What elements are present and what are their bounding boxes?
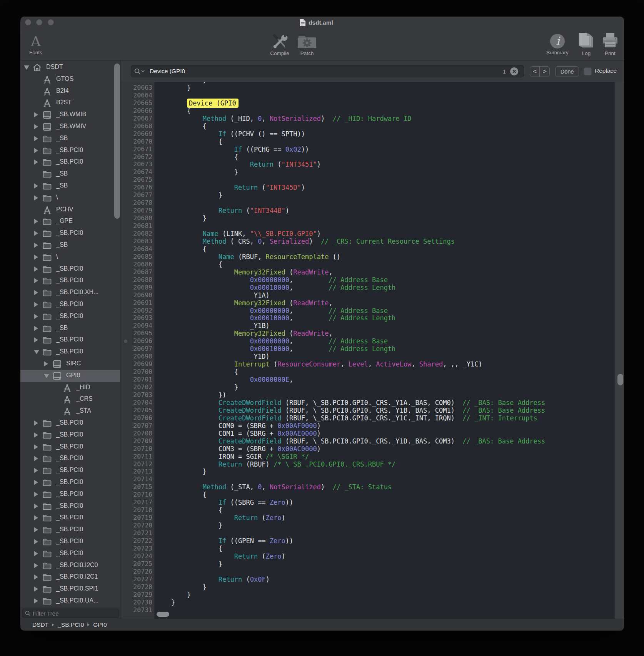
breadcrumb-item[interactable]: _SB.PCI0 [58, 621, 84, 628]
tree-row[interactable]: \ [20, 192, 120, 204]
tree-row[interactable]: _SB.PCI0 [20, 346, 120, 358]
close-button[interactable] [25, 19, 31, 25]
disclosure-right-icon[interactable] [34, 314, 38, 319]
disclosure-right-icon[interactable] [34, 243, 38, 248]
disclosure-right-icon[interactable] [34, 480, 38, 485]
sidebar-scrollbar[interactable] [114, 64, 120, 219]
tree-row[interactable]: _SB.WMIB [20, 109, 120, 121]
tree-row[interactable]: _SB.PCI0 [20, 299, 120, 311]
tree-row[interactable]: _SB.PCI0 [20, 429, 120, 441]
zoom-button[interactable] [48, 19, 54, 25]
disclosure-right-icon[interactable] [34, 420, 38, 426]
tree-row[interactable]: _SB.PCI0 [20, 500, 120, 512]
patch-button[interactable]: Patch [296, 33, 318, 56]
tree-row[interactable]: _SB.WMIV [20, 121, 120, 133]
tree-row[interactable]: _SB.PCI0 [20, 524, 120, 536]
print-button[interactable]: Print [600, 33, 620, 56]
tree-row[interactable]: _SB.PCI0 [20, 417, 120, 429]
disclosure-right-icon[interactable] [34, 492, 38, 497]
tree-row[interactable]: _SB.PCI0 [20, 275, 120, 287]
disclosure-right-icon[interactable] [34, 219, 38, 224]
compile-button[interactable]: Compile [267, 33, 292, 56]
disclosure-right-icon[interactable] [34, 563, 38, 568]
tree-row[interactable]: _SB.PCI0 [20, 453, 120, 465]
tree-row[interactable]: _SB.PCI0 [20, 156, 120, 168]
disclosure-right-icon[interactable] [34, 504, 38, 509]
tree-row[interactable]: _SB.PCI0.XH... [20, 287, 120, 299]
tree-row[interactable]: _HID [20, 382, 120, 394]
disclosure-right-icon[interactable] [34, 159, 38, 165]
tree-row[interactable]: _SB.PCI0 [20, 477, 120, 489]
breadcrumb-item[interactable]: GPI0 [93, 621, 107, 628]
disclosure-right-icon[interactable] [34, 515, 38, 520]
editor-hscrollbar-thumb[interactable] [157, 612, 169, 617]
disclosure-right-icon[interactable] [34, 468, 38, 473]
disclosure-right-icon[interactable] [34, 432, 38, 438]
tree-row[interactable]: B2I4 [20, 85, 120, 97]
disclosure-right-icon[interactable] [34, 302, 38, 307]
disclosure-right-icon[interactable] [34, 136, 38, 141]
disclosure-right-icon[interactable] [34, 456, 38, 461]
disclosure-right-icon[interactable] [44, 361, 48, 366]
tree-row[interactable]: _SB.PCI0.UA... [20, 595, 120, 607]
disclosure-right-icon[interactable] [34, 551, 38, 556]
tree-row[interactable]: _STA [20, 405, 120, 417]
tree-row[interactable]: _SB.PCI0 [20, 536, 120, 548]
disclosure-right-icon[interactable] [34, 231, 38, 236]
tree-row[interactable]: _SB [20, 168, 120, 180]
tree-row[interactable]: _SB.PCI0 [20, 465, 120, 477]
tree-row[interactable]: DSDT [20, 62, 120, 74]
summary-button[interactable]: i Summary [543, 33, 572, 55]
done-button[interactable]: Done [555, 66, 579, 77]
disclosure-right-icon[interactable] [34, 586, 38, 592]
editor-scrollbar-thumb[interactable] [617, 374, 623, 385]
tree-row[interactable]: _SB.PCI0 [20, 228, 120, 239]
disclosure-right-icon[interactable] [34, 574, 38, 580]
disclosure-right-icon[interactable] [34, 112, 38, 117]
code-editor[interactable]: } } Device (GPI0 { Method (_HID, 0, NotS… [155, 82, 614, 619]
disclosure-right-icon[interactable] [34, 266, 38, 272]
tree-row[interactable]: _SB.PCI0 [20, 311, 120, 323]
disclosure-right-icon[interactable] [34, 290, 38, 295]
log-button[interactable]: Log [575, 33, 598, 56]
find-previous-button[interactable]: < [530, 67, 539, 77]
disclosure-right-icon[interactable] [34, 444, 38, 450]
tree-row[interactable]: _SB [20, 180, 120, 192]
tree-row[interactable]: \ [20, 251, 120, 263]
tree-row[interactable]: _GPE [20, 216, 120, 228]
replace-checkbox[interactable] [584, 67, 592, 75]
disclosure-right-icon[interactable] [34, 337, 38, 343]
find-input[interactable]: Device (GPI0 1 [131, 65, 524, 77]
clear-search-icon[interactable] [510, 67, 518, 75]
tree-row[interactable]: GTOS [20, 74, 120, 85]
tree-row[interactable]: _SB.PCI0 [20, 441, 120, 453]
disclosure-right-icon[interactable] [34, 148, 38, 153]
disclosure-right-icon[interactable] [34, 124, 38, 129]
disclosure-down-icon[interactable] [34, 350, 39, 354]
disclosure-right-icon[interactable] [34, 598, 38, 604]
tree-row[interactable]: _SB.PCI0.I2C0 [20, 560, 120, 572]
tree-row[interactable]: _SB.PCI0 [20, 145, 120, 157]
disclosure-down-icon[interactable] [44, 374, 49, 378]
tree-row[interactable]: _SB [20, 133, 120, 145]
tree-row[interactable]: _SB.PCI0 [20, 334, 120, 346]
find-next-button[interactable]: > [540, 67, 549, 77]
tree-row[interactable]: _SB.PCI0 [20, 512, 120, 524]
disclosure-right-icon[interactable] [34, 326, 38, 331]
tree-row[interactable]: _SB.PCI0.SPI1 [20, 583, 120, 595]
disclosure-right-icon[interactable] [34, 527, 38, 532]
tree-row[interactable]: _SB [20, 239, 120, 251]
fonts-button[interactable]: A Fonts [23, 33, 48, 55]
tree-row[interactable]: _SB [20, 323, 120, 335]
disclosure-down-icon[interactable] [24, 65, 29, 70]
minimize-button[interactable] [36, 19, 42, 25]
disclosure-right-icon[interactable] [34, 195, 38, 201]
tree-row[interactable]: SIRC [20, 358, 120, 370]
tree-row[interactable]: B2ST [20, 97, 120, 109]
breadcrumb-item[interactable]: DSDT [32, 621, 48, 628]
disclosure-right-icon[interactable] [34, 254, 38, 260]
tree-row[interactable]: _SB.PCI0 [20, 263, 120, 275]
tree-row[interactable]: _SB.PCI0 [20, 548, 120, 560]
tree-row[interactable]: _CRS [20, 393, 120, 405]
disclosure-right-icon[interactable] [34, 183, 38, 189]
